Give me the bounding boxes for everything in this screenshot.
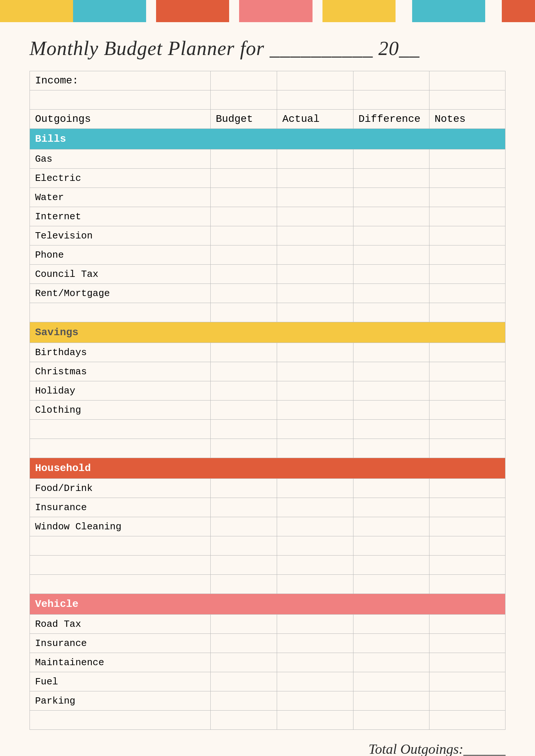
vehicle-parking-difference[interactable]	[353, 691, 429, 711]
bar-gap-2	[229, 0, 239, 22]
household-window-cleaning-difference[interactable]	[353, 517, 429, 536]
vehicle-parking-budget[interactable]	[210, 691, 277, 711]
household-insurance-actual[interactable]	[277, 498, 353, 517]
bills-rent-notes[interactable]	[429, 284, 505, 303]
vehicle-insurance-row: Insurance	[30, 634, 505, 653]
savings-holiday-actual[interactable]	[277, 381, 353, 401]
bills-internet-label: Internet	[30, 207, 211, 226]
income-actual[interactable]	[277, 71, 353, 90]
household-food-difference[interactable]	[353, 479, 429, 498]
bills-council-tax-budget[interactable]	[210, 265, 277, 284]
household-food-budget[interactable]	[210, 479, 277, 498]
bills-phone-difference[interactable]	[353, 245, 429, 265]
bills-electric-difference[interactable]	[353, 169, 429, 188]
bills-television-actual[interactable]	[277, 226, 353, 245]
bills-water-difference[interactable]	[353, 188, 429, 207]
bills-water-budget[interactable]	[210, 188, 277, 207]
income-difference[interactable]	[353, 71, 429, 90]
vehicle-fuel-budget[interactable]	[210, 672, 277, 691]
vehicle-parking-notes[interactable]	[429, 691, 505, 711]
savings-clothing-notes[interactable]	[429, 401, 505, 420]
income-row: Income:	[30, 71, 505, 90]
total-outgoings-label: Total Outgoings:______	[369, 741, 505, 756]
bills-electric-budget[interactable]	[210, 169, 277, 188]
bills-rent-actual[interactable]	[277, 284, 353, 303]
bills-internet-notes[interactable]	[429, 207, 505, 226]
household-window-cleaning-notes[interactable]	[429, 517, 505, 536]
bills-council-tax-difference[interactable]	[353, 265, 429, 284]
bar-yellow-2	[322, 0, 396, 22]
savings-clothing-budget[interactable]	[210, 401, 277, 420]
savings-birthdays-actual[interactable]	[277, 343, 353, 362]
vehicle-insurance-actual[interactable]	[277, 634, 353, 653]
savings-birthdays-row: Birthdays	[30, 343, 505, 362]
vehicle-maintenance-notes[interactable]	[429, 653, 505, 672]
household-food-notes[interactable]	[429, 479, 505, 498]
vehicle-insurance-label: Insurance	[30, 634, 211, 653]
savings-birthdays-budget[interactable]	[210, 343, 277, 362]
household-food-actual[interactable]	[277, 479, 353, 498]
savings-christmas-actual[interactable]	[277, 362, 353, 381]
bills-internet-actual[interactable]	[277, 207, 353, 226]
bills-gas-budget[interactable]	[210, 150, 277, 169]
bills-phone-notes[interactable]	[429, 245, 505, 265]
bills-rent-difference[interactable]	[353, 284, 429, 303]
bills-television-difference[interactable]	[353, 226, 429, 245]
vehicle-road-tax-budget[interactable]	[210, 615, 277, 634]
bills-rent-row: Rent/Mortgage	[30, 284, 505, 303]
income-budget[interactable]	[210, 71, 277, 90]
bills-internet-budget[interactable]	[210, 207, 277, 226]
household-window-cleaning-label: Window Cleaning	[30, 517, 211, 536]
bills-water-actual[interactable]	[277, 188, 353, 207]
bills-television-row: Television	[30, 226, 505, 245]
bills-rent-budget[interactable]	[210, 284, 277, 303]
household-insurance-budget[interactable]	[210, 498, 277, 517]
savings-birthdays-notes[interactable]	[429, 343, 505, 362]
savings-christmas-difference[interactable]	[353, 362, 429, 381]
savings-clothing-actual[interactable]	[277, 401, 353, 420]
vehicle-insurance-difference[interactable]	[353, 634, 429, 653]
savings-christmas-notes[interactable]	[429, 362, 505, 381]
bills-television-budget[interactable]	[210, 226, 277, 245]
bills-electric-notes[interactable]	[429, 169, 505, 188]
bills-gas-difference[interactable]	[353, 150, 429, 169]
savings-holiday-difference[interactable]	[353, 381, 429, 401]
bills-council-tax-notes[interactable]	[429, 265, 505, 284]
bills-electric-actual[interactable]	[277, 169, 353, 188]
vehicle-insurance-notes[interactable]	[429, 634, 505, 653]
household-category-label: Household	[30, 458, 505, 479]
bills-council-tax-actual[interactable]	[277, 265, 353, 284]
household-window-cleaning-actual[interactable]	[277, 517, 353, 536]
vehicle-maintenance-label: Maintainence	[30, 653, 211, 672]
savings-clothing-difference[interactable]	[353, 401, 429, 420]
vehicle-maintenance-difference[interactable]	[353, 653, 429, 672]
bar-gap-4	[396, 0, 412, 22]
vehicle-maintenance-actual[interactable]	[277, 653, 353, 672]
bills-water-notes[interactable]	[429, 188, 505, 207]
vehicle-fuel-difference[interactable]	[353, 672, 429, 691]
vehicle-road-tax-notes[interactable]	[429, 615, 505, 634]
vehicle-fuel-notes[interactable]	[429, 672, 505, 691]
household-insurance-difference[interactable]	[353, 498, 429, 517]
bills-phone-budget[interactable]	[210, 245, 277, 265]
bills-phone-actual[interactable]	[277, 245, 353, 265]
vehicle-parking-actual[interactable]	[277, 691, 353, 711]
household-window-cleaning-budget[interactable]	[210, 517, 277, 536]
income-notes[interactable]	[429, 71, 505, 90]
bills-internet-difference[interactable]	[353, 207, 429, 226]
savings-birthdays-difference[interactable]	[353, 343, 429, 362]
household-insurance-notes[interactable]	[429, 498, 505, 517]
savings-christmas-budget[interactable]	[210, 362, 277, 381]
vehicle-fuel-actual[interactable]	[277, 672, 353, 691]
savings-holiday-notes[interactable]	[429, 381, 505, 401]
vehicle-road-tax-actual[interactable]	[277, 615, 353, 634]
vehicle-maintenance-budget[interactable]	[210, 653, 277, 672]
savings-holiday-budget[interactable]	[210, 381, 277, 401]
bills-gas-notes[interactable]	[429, 150, 505, 169]
vehicle-insurance-budget[interactable]	[210, 634, 277, 653]
vehicle-road-tax-difference[interactable]	[353, 615, 429, 634]
bills-gas-actual[interactable]	[277, 150, 353, 169]
bar-teal-1	[73, 0, 146, 22]
bills-television-notes[interactable]	[429, 226, 505, 245]
savings-category-label: Savings	[30, 322, 505, 343]
